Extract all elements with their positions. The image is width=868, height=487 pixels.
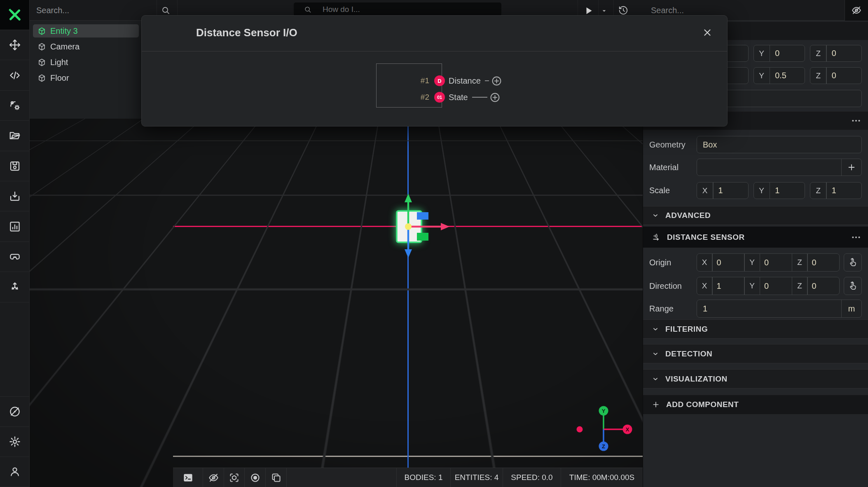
- position-y-field[interactable]: Y 0: [753, 45, 805, 62]
- toolbar-open-project-button[interactable]: [0, 121, 29, 151]
- hand-pick-icon: [848, 281, 858, 291]
- robot-gear-icon: [9, 99, 21, 112]
- play-button[interactable]: [583, 5, 594, 16]
- gizmo-green-handle[interactable]: [417, 233, 428, 241]
- entity-item-light[interactable]: Light: [33, 56, 139, 69]
- rotation-y-field[interactable]: Y 0.5: [753, 67, 805, 84]
- triad-neg-x-dot[interactable]: [577, 426, 583, 433]
- chevron-down-icon: [652, 212, 659, 219]
- direction-xyz-group[interactable]: X 1 Y 0 Z 0: [697, 277, 840, 295]
- material-field[interactable]: [697, 159, 862, 176]
- branch-arrows-icon: [9, 281, 21, 293]
- chevron-down-icon: [652, 350, 659, 358]
- viewport-frame-selection-button[interactable]: [224, 468, 245, 487]
- scale-row: Scale X 1 Y 1 Z 1: [649, 182, 862, 199]
- status-bar-spacer: [287, 468, 396, 487]
- material-row: Material: [649, 159, 862, 176]
- viewport-hide-gizmos-button[interactable]: [203, 468, 224, 487]
- orientation-triad[interactable]: Y X Z: [571, 402, 636, 455]
- axis-y-label: Y: [754, 49, 770, 58]
- distance-sensor-io-dialog: Distance Sensor I/O #1DDistance#201State: [141, 15, 728, 126]
- visibility-toggle-button[interactable]: [845, 0, 868, 21]
- section-menu-icon[interactable]: [851, 115, 861, 126]
- chevron-down-icon: [652, 325, 659, 333]
- scale-z-field[interactable]: Z 1: [810, 182, 862, 199]
- section-detection[interactable]: DETECTION: [643, 344, 868, 363]
- position-y-value: 0: [770, 49, 779, 58]
- entity-item-floor[interactable]: Floor: [33, 71, 139, 84]
- geometry-select[interactable]: Box: [697, 136, 862, 153]
- entity-item-label: Entity 3: [50, 26, 78, 36]
- play-options-caret[interactable]: [601, 8, 607, 14]
- section-filtering[interactable]: FILTERING: [643, 319, 868, 339]
- range-field[interactable]: 1 m: [697, 300, 862, 318]
- position-z-field[interactable]: Z 0: [810, 45, 862, 62]
- section-visualization[interactable]: VISUALIZATION: [643, 369, 868, 389]
- material-label: Material: [649, 163, 697, 172]
- entity-search-input[interactable]: Search...: [36, 0, 69, 21]
- pick-direction-button[interactable]: [844, 277, 862, 295]
- viewport-status-bar: BODIES: 1ENTITIES: 4SPEED: 0.0TIME: 00M:…: [173, 468, 643, 487]
- person-icon: [9, 466, 21, 478]
- scale-x-field[interactable]: X 1: [697, 182, 749, 199]
- add-connection-icon[interactable]: [490, 92, 500, 103]
- axis-x-label: X: [697, 186, 713, 195]
- axis-y-label: Y: [745, 258, 760, 267]
- axis-x-label: X: [697, 281, 712, 290]
- search-icon[interactable]: [161, 5, 171, 15]
- close-icon[interactable]: [702, 27, 713, 38]
- import-tray-icon: [9, 190, 21, 202]
- axis-y-label: Y: [754, 186, 770, 195]
- toolbar-code-button[interactable]: [0, 60, 29, 90]
- distance-sensor-title: DISTANCE SENSOR: [667, 233, 745, 242]
- toolbar-metrics-button[interactable]: [0, 211, 29, 241]
- toolbar-simulation-button[interactable]: [0, 91, 29, 121]
- toolbar-import-button[interactable]: [0, 181, 29, 211]
- toolbar-orbit-button[interactable]: [0, 397, 29, 427]
- help-search-placeholder: How do I...: [323, 5, 360, 14]
- viewport-duplicate-button[interactable]: [266, 468, 287, 487]
- transform-gizmo[interactable]: [363, 181, 454, 272]
- floppy-icon: [9, 160, 21, 172]
- triad-z-label: Z: [602, 443, 605, 450]
- toolbar-settings-button[interactable]: [0, 427, 29, 457]
- compass-slash-icon: [9, 405, 21, 418]
- scale-y-field[interactable]: Y 1: [753, 182, 805, 199]
- entity-item-camera[interactable]: Camera: [33, 40, 139, 53]
- gizmo-neg-y-arrowhead: [405, 249, 412, 258]
- add-connection-icon[interactable]: [491, 76, 502, 86]
- entity-list-panel: Entity 3CameraLightFloor: [30, 21, 141, 119]
- port-row-distance: #1DDistance: [414, 73, 500, 88]
- viewport-record-button[interactable]: [245, 468, 266, 487]
- direction-row: Direction X 1 Y 0 Z 0: [649, 277, 862, 295]
- origin-label: Origin: [649, 258, 697, 267]
- add-component-button[interactable]: ADD COMPONENT: [643, 395, 868, 414]
- move-icon: [9, 39, 21, 51]
- history-reset-icon[interactable]: [618, 5, 629, 16]
- hand-pick-icon: [848, 258, 858, 267]
- gizmo-blue-handle[interactable]: [417, 212, 428, 220]
- toolbar-hierarchy-button[interactable]: [0, 272, 29, 302]
- origin-xyz-group[interactable]: X 0 Y 0 Z 0: [697, 253, 840, 272]
- toolbar-account-button[interactable]: [0, 457, 29, 487]
- toolbar-save-button[interactable]: [0, 151, 29, 181]
- rotation-z-field[interactable]: Z 0: [810, 67, 862, 84]
- axis-y-label: Y: [754, 71, 770, 80]
- simulation-stats: BODIES: 1ENTITIES: 4SPEED: 0.0TIME: 00M:…: [396, 468, 643, 487]
- entity-item-entity-3[interactable]: Entity 3: [33, 24, 139, 37]
- toolbar-vr-headset-button[interactable]: [0, 242, 29, 272]
- help-search-input[interactable]: How do I...: [294, 2, 501, 16]
- advanced-label: ADVANCED: [665, 211, 711, 220]
- section-advanced[interactable]: ADVANCED: [643, 206, 868, 225]
- rotation-z-value: 0: [827, 71, 836, 80]
- gizmo-center-dot[interactable]: [405, 223, 412, 230]
- toolbar-move-button[interactable]: [0, 30, 29, 60]
- add-material-button[interactable]: [842, 159, 861, 176]
- section-distance-sensor[interactable]: DISTANCE SENSOR: [643, 226, 868, 248]
- section-menu-icon[interactable]: [851, 232, 861, 243]
- app-logo-button[interactable]: [0, 0, 29, 30]
- cube-icon: [37, 58, 46, 67]
- viewport-console-button[interactable]: [173, 468, 203, 487]
- axis-z-label: Z: [792, 258, 807, 267]
- pick-origin-button[interactable]: [844, 253, 862, 272]
